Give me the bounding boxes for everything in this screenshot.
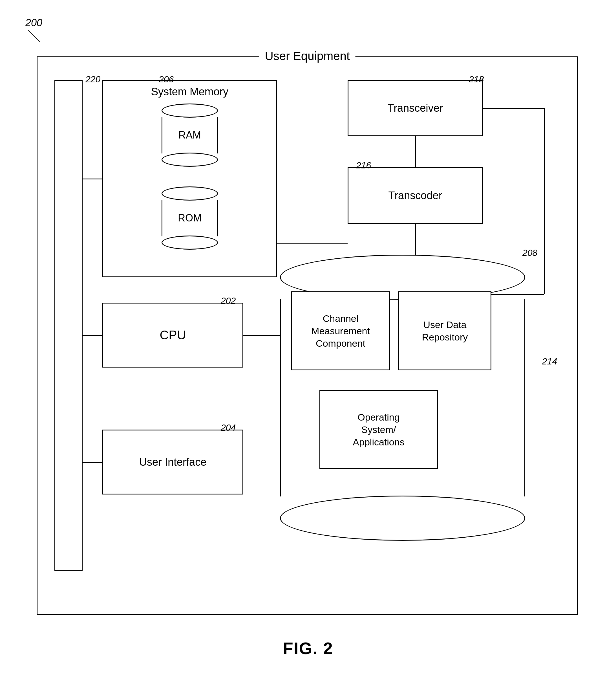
bus-connector-ui	[83, 462, 102, 463]
ram-body: RAM	[162, 117, 218, 153]
channel-measurement-label: ChannelMeasurementComponent	[311, 312, 370, 350]
line-h-top	[277, 243, 348, 244]
cpu-label: CPU	[160, 328, 186, 342]
ref-206: 206	[159, 74, 174, 85]
ref-214: 214	[542, 356, 557, 367]
bus-connector-cpu	[83, 335, 102, 336]
ref-218: 218	[469, 74, 484, 85]
channel-measurement-box: ChannelMeasurementComponent	[291, 291, 390, 370]
line-transceiver-transcoder	[415, 136, 416, 167]
rom-label: ROM	[178, 212, 201, 224]
cylinder-container: RAM ROM	[103, 103, 276, 270]
page-container: 200 User Equipment 220 System Memory	[0, 0, 616, 675]
user-interface-box: User Interface	[102, 430, 243, 495]
operating-system-label: OperatingSystem/Applications	[353, 411, 404, 449]
ram-label: RAM	[178, 129, 201, 141]
ram-ellipse-top	[162, 103, 218, 118]
line-v-right	[544, 108, 545, 294]
ref-208: 208	[522, 248, 537, 258]
rom-cylinder: ROM	[162, 186, 218, 258]
user-interface-label: User Interface	[139, 456, 207, 468]
fig-caption: FIG. 2	[283, 639, 333, 658]
system-bus	[55, 80, 83, 571]
main-box: User Equipment 220 System Memory	[37, 56, 578, 615]
transceiver-label: Transceiver	[387, 102, 443, 114]
transcoder-label: Transcoder	[388, 190, 442, 202]
bus-connector-db	[243, 335, 280, 336]
db-ellipse-bottom	[280, 496, 525, 541]
system-memory-title: System Memory	[103, 86, 276, 98]
ref-204: 204	[221, 423, 236, 433]
ref-216: 216	[356, 160, 371, 171]
user-data-repo-label: User DataRepository	[422, 318, 468, 343]
cpu-box: CPU	[102, 303, 243, 368]
rom-ellipse-top	[162, 186, 218, 201]
rom-ellipse-bottom	[162, 235, 218, 250]
transceiver-box: Transceiver	[348, 80, 483, 136]
main-box-title: User Equipment	[259, 49, 355, 63]
operating-system-box: OperatingSystem/Applications	[320, 390, 438, 469]
ref-202: 202	[221, 296, 236, 306]
bus-connector-memory	[83, 178, 102, 179]
line-h-right-top	[483, 108, 545, 109]
ram-ellipse-bottom	[162, 153, 218, 167]
system-memory-box: System Memory RAM	[102, 80, 277, 277]
rom-body: ROM	[162, 200, 218, 236]
transcoder-box: Transcoder	[348, 167, 483, 224]
ram-cylinder: RAM	[162, 103, 218, 175]
user-data-repo-box: User DataRepository	[399, 291, 492, 370]
ref-200-label: 200	[25, 17, 45, 30]
ref-220: 220	[85, 74, 100, 85]
